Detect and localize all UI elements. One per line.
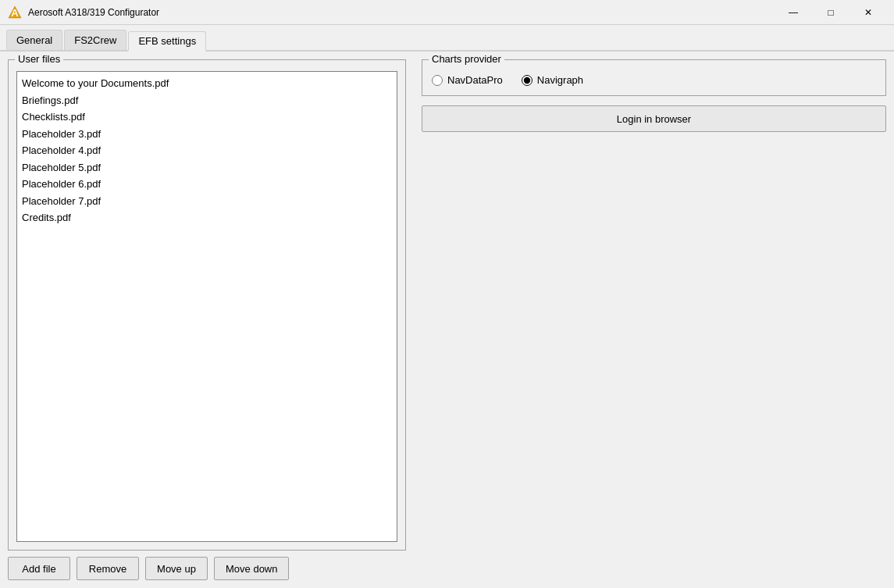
window-controls: — □ ✕ <box>775 5 886 20</box>
navdatapro-radio[interactable] <box>432 75 443 86</box>
add-file-button[interactable]: Add file <box>8 557 70 580</box>
list-item[interactable]: Placeholder 7.pdf <box>20 193 394 210</box>
user-files-group: User files Welcome to your Documents.pdf… <box>8 59 406 551</box>
charts-provider-group: Charts provider NavDataPro Navigraph <box>422 59 886 96</box>
list-item[interactable]: Checklists.pdf <box>20 109 394 126</box>
minimize-button[interactable]: — <box>775 5 811 20</box>
navigraph-radio[interactable] <box>522 75 532 86</box>
list-item[interactable]: Placeholder 3.pdf <box>20 126 394 143</box>
file-buttons: Add file Remove Move up Move down <box>8 557 406 580</box>
tab-general[interactable]: General <box>6 30 62 50</box>
close-button[interactable]: ✕ <box>850 5 886 20</box>
tab-fs2crew[interactable]: FS2Crew <box>64 30 126 50</box>
main-content: User files Welcome to your Documents.pdf… <box>0 52 894 588</box>
list-item[interactable]: Placeholder 4.pdf <box>20 142 394 159</box>
svg-text:A: A <box>11 7 19 19</box>
app-logo: A <box>8 5 22 20</box>
login-browser-button[interactable]: Login in browser <box>422 105 886 132</box>
user-files-title: User files <box>15 53 63 65</box>
navdatapro-option[interactable]: NavDataPro <box>432 74 503 86</box>
charts-provider-title: Charts provider <box>429 53 504 65</box>
list-item[interactable]: Welcome to your Documents.pdf <box>20 75 394 92</box>
list-item[interactable]: Briefings.pdf <box>20 92 394 109</box>
app-title: Aerosoft A318/319 Configurator <box>28 7 775 18</box>
move-up-button[interactable]: Move up <box>145 557 208 580</box>
remove-button[interactable]: Remove <box>77 557 139 580</box>
navigraph-option[interactable]: Navigraph <box>522 74 583 86</box>
file-list-container: Welcome to your Documents.pdfBriefings.p… <box>16 71 397 542</box>
file-list[interactable]: Welcome to your Documents.pdfBriefings.p… <box>17 72 397 541</box>
list-item[interactable]: Credits.pdf <box>20 209 394 226</box>
maximize-button[interactable]: □ <box>813 5 849 20</box>
tab-efb-settings[interactable]: EFB settings <box>128 31 206 52</box>
list-item[interactable]: Placeholder 6.pdf <box>20 176 394 193</box>
list-item[interactable]: Placeholder 5.pdf <box>20 159 394 176</box>
right-panel: Charts provider NavDataPro Navigraph Log… <box>422 59 886 580</box>
charts-radio-row: NavDataPro Navigraph <box>432 74 876 86</box>
title-bar: A Aerosoft A318/319 Configurator — □ ✕ <box>0 0 894 25</box>
navdatapro-label: NavDataPro <box>447 74 503 86</box>
left-panel: User files Welcome to your Documents.pdf… <box>8 59 406 580</box>
navigraph-label: Navigraph <box>537 74 583 86</box>
tab-bar: General FS2Crew EFB settings <box>0 25 894 52</box>
move-down-button[interactable]: Move down <box>214 557 289 580</box>
